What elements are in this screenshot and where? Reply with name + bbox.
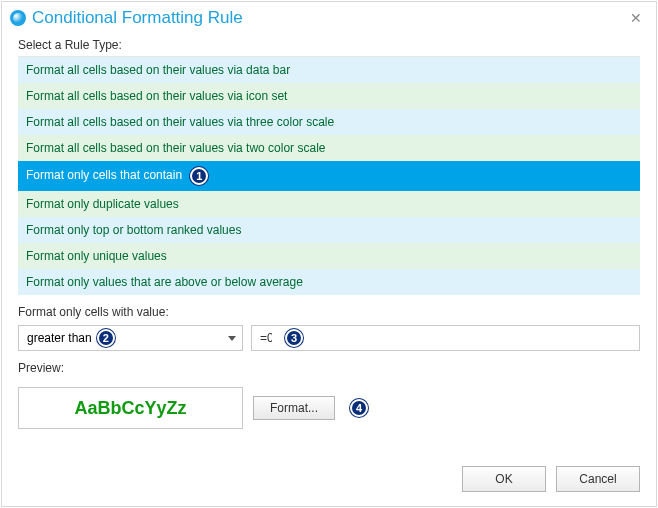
- value-input-wrapper: 3: [251, 325, 640, 351]
- ok-button-label: OK: [495, 472, 512, 486]
- rule-type-item[interactable]: Format all cells based on their values v…: [18, 135, 640, 161]
- rule-type-item-label: Format only top or bottom ranked values: [26, 223, 241, 237]
- rule-type-item-label: Format all cells based on their values v…: [26, 63, 290, 77]
- dialog-body: Select a Rule Type: Format all cells bas…: [2, 38, 656, 452]
- callout-marker-4: 4: [350, 399, 368, 417]
- format-only-cells-label: Format only cells with value:: [18, 305, 640, 319]
- callout-marker-3: 3: [285, 329, 303, 347]
- rule-type-item[interactable]: Format only duplicate values: [18, 191, 640, 217]
- cancel-button-label: Cancel: [579, 472, 616, 486]
- operator-combobox[interactable]: greater than 2: [18, 325, 243, 351]
- rule-type-item[interactable]: Format only unique values: [18, 243, 640, 269]
- rule-type-item[interactable]: Format all cells based on their values v…: [18, 83, 640, 109]
- dialog-title: Conditional Formatting Rule: [32, 8, 624, 28]
- cancel-button[interactable]: Cancel: [556, 466, 640, 492]
- rule-type-item-label: Format all cells based on their values v…: [26, 89, 287, 103]
- preview-row: AaBbCcYyZz Format... 4: [18, 387, 640, 429]
- close-icon[interactable]: ✕: [624, 10, 648, 26]
- preview-box: AaBbCcYyZz: [18, 387, 243, 429]
- select-rule-type-label: Select a Rule Type:: [18, 38, 640, 52]
- rule-type-item-label: Format only unique values: [26, 249, 167, 263]
- rule-type-item-label: Format all cells based on their values v…: [26, 115, 334, 129]
- dialog-window: Conditional Formatting Rule ✕ Select a R…: [1, 1, 657, 507]
- rule-type-item[interactable]: Format all cells based on their values v…: [18, 109, 640, 135]
- ok-button[interactable]: OK: [462, 466, 546, 492]
- rule-type-item-label: Format only cells that contain: [26, 168, 182, 182]
- rule-type-item-label: Format only values that are above or bel…: [26, 275, 303, 289]
- operator-value: greater than: [27, 331, 92, 345]
- rule-type-item[interactable]: Format all cells based on their values v…: [18, 57, 640, 83]
- callout-marker-2: 2: [97, 329, 115, 347]
- chevron-down-icon: [228, 336, 236, 341]
- dialog-footer: OK Cancel: [2, 452, 656, 506]
- preview-sample-text: AaBbCcYyZz: [74, 398, 186, 419]
- rule-type-item[interactable]: Format only top or bottom ranked values: [18, 217, 640, 243]
- preview-label: Preview:: [18, 361, 640, 375]
- titlebar: Conditional Formatting Rule ✕: [2, 2, 656, 38]
- format-button[interactable]: Format...: [253, 396, 335, 420]
- value-input[interactable]: [252, 326, 280, 350]
- format-button-label: Format...: [270, 401, 318, 415]
- condition-row: greater than 2 3: [18, 325, 640, 351]
- rule-type-item-selected[interactable]: Format only cells that contain 1: [18, 161, 640, 191]
- rule-type-item-label: Format all cells based on their values v…: [26, 141, 325, 155]
- callout-marker-1: 1: [190, 167, 208, 185]
- rule-type-item[interactable]: Format only values that are above or bel…: [18, 269, 640, 295]
- rule-type-item-label: Format only duplicate values: [26, 197, 179, 211]
- rule-type-list: Format all cells based on their values v…: [18, 56, 640, 295]
- app-icon: [10, 10, 26, 26]
